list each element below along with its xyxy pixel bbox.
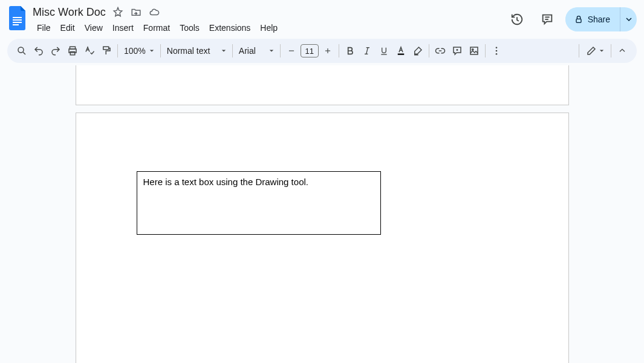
menu-file[interactable]: File xyxy=(33,21,55,35)
page-2: Here is a text box using the Drawing too… xyxy=(76,113,569,363)
menu-view[interactable]: View xyxy=(80,21,107,35)
svg-line-18 xyxy=(366,48,368,54)
underline-icon[interactable] xyxy=(376,42,392,59)
svg-point-26 xyxy=(495,47,497,48)
svg-rect-3 xyxy=(13,24,19,25)
share-label: Share xyxy=(588,15,610,24)
text-color-icon[interactable] xyxy=(392,42,409,59)
undo-icon[interactable] xyxy=(30,42,47,59)
svg-rect-0 xyxy=(13,17,22,18)
toolbar: 100% Normal text Arial xyxy=(7,39,637,63)
highlight-icon[interactable] xyxy=(409,42,426,59)
svg-rect-20 xyxy=(398,54,405,55)
share-button[interactable]: Share xyxy=(565,7,620,31)
share-dropdown[interactable] xyxy=(620,7,637,31)
font-value: Arial xyxy=(239,46,256,56)
decrease-font-icon[interactable] xyxy=(283,42,300,59)
page-1-bottom xyxy=(76,65,569,105)
menu-bar: File Edit View Insert Format Tools Exten… xyxy=(33,21,505,35)
svg-rect-2 xyxy=(13,22,22,23)
paint-format-icon[interactable] xyxy=(98,42,115,59)
document-title[interactable]: Misc Work Doc xyxy=(33,6,106,19)
separator xyxy=(117,44,118,57)
svg-rect-24 xyxy=(470,47,478,54)
separator xyxy=(611,44,611,57)
menu-format[interactable]: Format xyxy=(139,21,174,35)
add-comment-icon[interactable] xyxy=(449,42,466,59)
font-size-input[interactable] xyxy=(301,44,319,57)
svg-rect-1 xyxy=(13,19,22,21)
separator xyxy=(429,44,429,57)
svg-rect-12 xyxy=(103,47,109,50)
separator xyxy=(339,44,339,57)
svg-point-25 xyxy=(472,49,473,50)
svg-point-27 xyxy=(495,50,497,52)
menu-extensions[interactable]: Extensions xyxy=(205,21,255,35)
lock-icon xyxy=(574,15,584,24)
separator xyxy=(232,44,233,57)
separator xyxy=(280,44,281,57)
caret-down-icon xyxy=(149,48,154,53)
caret-down-icon xyxy=(626,16,632,22)
pencil-icon xyxy=(586,45,597,56)
menu-insert[interactable]: Insert xyxy=(108,21,138,35)
svg-line-8 xyxy=(23,52,25,54)
cloud-icon[interactable] xyxy=(148,6,160,18)
bold-icon[interactable] xyxy=(342,42,359,59)
style-dropdown[interactable]: Normal text xyxy=(163,46,230,56)
editing-mode-dropdown[interactable] xyxy=(582,42,608,59)
textbox-content: Here is a text box using the Drawing too… xyxy=(143,177,308,187)
separator xyxy=(485,44,486,57)
separator xyxy=(579,44,579,57)
drawing-textbox[interactable]: Here is a text box using the Drawing too… xyxy=(137,171,381,235)
print-icon[interactable] xyxy=(64,42,81,59)
svg-point-28 xyxy=(495,53,497,55)
separator xyxy=(160,44,161,57)
svg-rect-6 xyxy=(576,19,581,22)
search-icon[interactable] xyxy=(13,42,30,59)
document-canvas[interactable]: Here is a text box using the Drawing too… xyxy=(0,65,644,363)
style-value: Normal text xyxy=(167,46,210,56)
menu-tools[interactable]: Tools xyxy=(175,21,204,35)
insert-image-icon[interactable] xyxy=(466,42,483,59)
menu-help[interactable]: Help xyxy=(256,21,282,35)
zoom-dropdown[interactable]: 100% xyxy=(120,46,158,56)
move-icon[interactable] xyxy=(130,6,142,18)
redo-icon[interactable] xyxy=(47,42,64,59)
comments-icon[interactable] xyxy=(535,7,559,31)
docs-logo[interactable] xyxy=(7,7,29,29)
history-icon[interactable] xyxy=(505,7,529,31)
star-icon[interactable] xyxy=(112,6,124,18)
font-dropdown[interactable]: Arial xyxy=(235,46,278,56)
more-icon[interactable] xyxy=(488,42,505,59)
svg-point-7 xyxy=(18,47,24,53)
menu-edit[interactable]: Edit xyxy=(56,21,79,35)
caret-down-icon xyxy=(599,48,604,53)
spellcheck-icon[interactable] xyxy=(81,42,98,59)
italic-icon[interactable] xyxy=(359,42,376,59)
caret-down-icon xyxy=(269,48,274,53)
caret-down-icon xyxy=(221,48,226,53)
insert-link-icon[interactable] xyxy=(432,42,449,59)
increase-font-icon[interactable] xyxy=(319,42,336,59)
zoom-value: 100% xyxy=(124,46,146,56)
collapse-toolbar-icon[interactable] xyxy=(614,42,631,59)
